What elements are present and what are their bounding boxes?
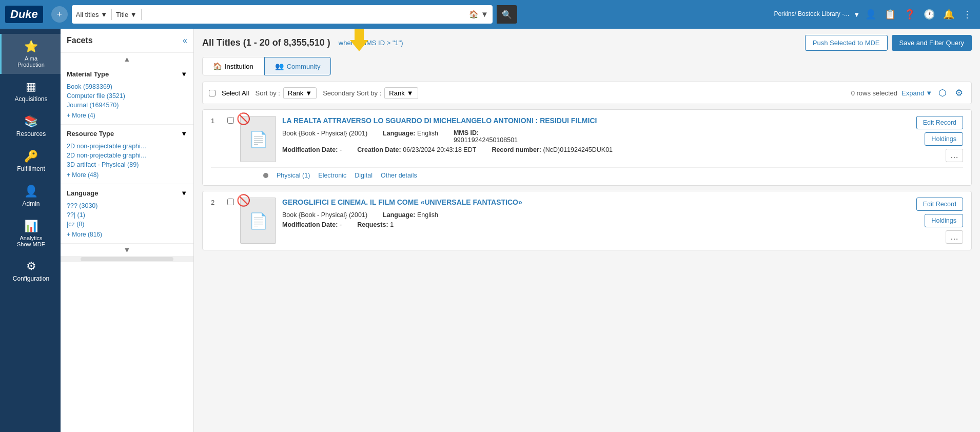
institution-tab-icon: 🏠 bbox=[213, 62, 222, 70]
select-all-checkbox[interactable] bbox=[209, 90, 215, 96]
help-icon-button[interactable]: ❓ bbox=[901, 7, 918, 22]
language-collapse-icon: ▼ bbox=[181, 189, 187, 197]
sidebar-item-configuration[interactable]: ⚙ Configuration bbox=[0, 253, 61, 288]
export-icon-button[interactable]: ⬡ bbox=[936, 86, 949, 100]
holdings-button-2[interactable]: Holdings bbox=[925, 214, 963, 227]
sidebar-item-analytics[interactable]: 📊 Analytics Show MDE bbox=[0, 213, 61, 253]
tasks-icon-button[interactable]: 📋 bbox=[881, 7, 899, 22]
record-title-2[interactable]: GEROGLIFICI E CINEMA. IL FILM COME «UNIV… bbox=[282, 198, 910, 208]
rows-selected-count: 0 rows selected bbox=[851, 89, 897, 97]
creation-value-1: 06/23/2024 20:43:18 EDT bbox=[403, 146, 476, 153]
save-filter-query-button[interactable]: Save and Filter Query bbox=[892, 35, 972, 51]
select-all-label[interactable]: Select All bbox=[222, 89, 249, 97]
results-toolbar: Select All Sort by : Rank ▼ Secondary So… bbox=[202, 82, 972, 104]
resource-type-header[interactable]: Resource Type ▼ bbox=[67, 130, 187, 138]
language-more[interactable]: + More (816) bbox=[67, 231, 187, 238]
language-label: Language bbox=[67, 189, 98, 197]
record-num-label-1: Record number: bbox=[492, 146, 541, 153]
edit-record-button-1[interactable]: Edit Record bbox=[916, 116, 963, 129]
mod-date-value-1: - bbox=[340, 146, 342, 153]
horizontal-scrollbar[interactable] bbox=[61, 256, 193, 262]
tab-institution[interactable]: 🏠 Institution bbox=[202, 57, 264, 75]
requests-value-2: 1 bbox=[390, 221, 394, 228]
secondary-sort-dropdown[interactable]: Rank ▼ bbox=[384, 87, 418, 99]
tab-community-label: Community bbox=[287, 63, 321, 70]
meta-format-2: Book {Book - Physical} (2001) bbox=[282, 211, 367, 219]
record-row-2: 2 🚫 📄 GEROGLIFICI E CINEMA. IL FILM COME… bbox=[211, 198, 963, 244]
record-thumbnail-1: 🚫 📄 bbox=[240, 116, 276, 162]
record-checkbox-1[interactable] bbox=[227, 117, 234, 124]
facet-lang-1[interactable]: ??? (3030) bbox=[67, 201, 187, 210]
analytics-icon: 📊 bbox=[24, 220, 38, 233]
sidebar-item-alma-production[interactable]: ⭐ Alma Production bbox=[0, 34, 61, 74]
facet-lang-2[interactable]: ??| (1) bbox=[67, 210, 187, 220]
resource-type-collapse-icon: ▼ bbox=[181, 130, 187, 138]
home-scope-button[interactable]: 🏠 ▼ bbox=[465, 10, 493, 19]
language-label-2: Language: bbox=[383, 211, 415, 219]
sidebar-item-resources[interactable]: 📚 Resources bbox=[0, 109, 61, 144]
restricted-icon-1: 🚫 bbox=[237, 112, 250, 126]
all-titles-dropdown[interactable]: All titles ▼ bbox=[72, 5, 111, 24]
sidebar-label-alma: Alma Production bbox=[17, 55, 45, 68]
scroll-up-button[interactable]: ▲ bbox=[61, 53, 193, 65]
configuration-icon: ⚙ bbox=[26, 260, 36, 273]
other-details-link-1[interactable]: Other details bbox=[381, 172, 417, 179]
facet-lang-3[interactable]: |cz (8) bbox=[67, 220, 187, 229]
sidebar-item-fulfillment[interactable]: 🔑 Fulfillment bbox=[0, 144, 61, 179]
facet-computer-file[interactable]: Computer file (3521) bbox=[67, 91, 187, 101]
record-title-1[interactable]: LA REALTA ATTRAVERSO LO SGUARDO DI MICHE… bbox=[282, 116, 910, 126]
sidebar-item-acquisitions[interactable]: ▦ Acquisitions bbox=[0, 74, 61, 109]
search-button[interactable]: 🔍 bbox=[497, 5, 517, 24]
record-number-2: 2 bbox=[211, 199, 221, 206]
record-num-value-1: (NcD)011924245DUK01 bbox=[543, 146, 613, 153]
secondary-sort-group: Secondary Sort by : Rank ▼ bbox=[323, 87, 418, 99]
sidebar-item-admin[interactable]: 👤 Admin bbox=[0, 179, 61, 213]
push-to-mde-button[interactable]: Push Selected to MDE bbox=[805, 35, 888, 51]
facet-book[interactable]: Book (5983369) bbox=[67, 82, 187, 91]
notifications-icon-button[interactable]: 🔔 bbox=[940, 7, 957, 22]
material-type-header[interactable]: Material Type ▼ bbox=[67, 70, 187, 78]
more-actions-button-2[interactable]: … bbox=[946, 230, 963, 244]
facet-3d-artifact[interactable]: 3D artifact - Physical (89) bbox=[67, 160, 187, 169]
user-icon-button[interactable]: 👤 bbox=[862, 7, 879, 22]
resource-type-label: Resource Type bbox=[67, 130, 114, 138]
add-button[interactable]: + bbox=[51, 6, 68, 23]
facet-2d-non-proj-2[interactable]: 2D non-projectable graphi… bbox=[67, 151, 187, 160]
material-type-section: Material Type ▼ Book (5983369) Computer … bbox=[61, 65, 193, 125]
material-type-more[interactable]: + More (4) bbox=[67, 112, 187, 119]
history-icon-button[interactable]: 🕐 bbox=[920, 7, 938, 22]
fulfillment-icon: 🔑 bbox=[24, 150, 38, 163]
digital-link-1[interactable]: Digital bbox=[355, 172, 373, 179]
sort-dropdown[interactable]: Rank ▼ bbox=[283, 87, 317, 99]
title-scope-dropdown[interactable]: Title ▼ bbox=[112, 5, 141, 24]
expand-button[interactable]: Expand ▼ bbox=[901, 89, 932, 97]
edit-record-button-2[interactable]: Edit Record bbox=[916, 198, 963, 211]
physical-status-dot-1 bbox=[263, 173, 268, 178]
search-input[interactable] bbox=[142, 11, 465, 18]
scroll-down-button[interactable]: ▼ bbox=[61, 244, 193, 256]
more-options-icon-button[interactable]: ⋮ bbox=[959, 7, 975, 22]
sidebar-label-acquisitions: Acquisitions bbox=[14, 95, 47, 103]
holdings-button-1[interactable]: Holdings bbox=[925, 132, 963, 146]
sidebar-label-admin: Admin bbox=[22, 200, 40, 207]
physical-link-1[interactable]: Physical (1) bbox=[277, 172, 310, 179]
dropdown-caret-icon: ▼ bbox=[853, 11, 860, 18]
facet-journal[interactable]: Journal (1694570) bbox=[67, 101, 187, 110]
language-header[interactable]: Language ▼ bbox=[67, 189, 187, 197]
filter-query-link[interactable]: where (MMS ID > "1") bbox=[339, 39, 403, 47]
material-type-collapse-icon: ▼ bbox=[181, 70, 187, 78]
meta-creation-1: Creation Date: 06/23/2024 20:43:18 EDT bbox=[357, 146, 476, 153]
sort-dropdown-arrow: ▼ bbox=[305, 89, 312, 97]
record-checkbox-2[interactable] bbox=[227, 199, 234, 205]
electronic-link-1[interactable]: Electronic bbox=[318, 172, 346, 179]
more-actions-button-1[interactable]: … bbox=[946, 149, 963, 162]
record-thumbnail-2: 🚫 📄 bbox=[240, 198, 276, 244]
resource-type-more[interactable]: + More (48) bbox=[67, 171, 187, 179]
facet-2d-non-proj-1[interactable]: 2D non-projectable graphi… bbox=[67, 142, 187, 151]
meta-format-1: Book {Book - Physical} (2001) bbox=[282, 129, 367, 144]
tab-community[interactable]: 👥 Community bbox=[264, 57, 331, 75]
record-actions-2: Edit Record Holdings … bbox=[916, 198, 963, 244]
record-details-1: LA REALTA ATTRAVERSO LO SGUARDO DI MICHE… bbox=[282, 116, 910, 155]
collapse-facets-button[interactable]: « bbox=[183, 36, 187, 45]
settings-icon-button[interactable]: ⚙ bbox=[953, 86, 965, 100]
